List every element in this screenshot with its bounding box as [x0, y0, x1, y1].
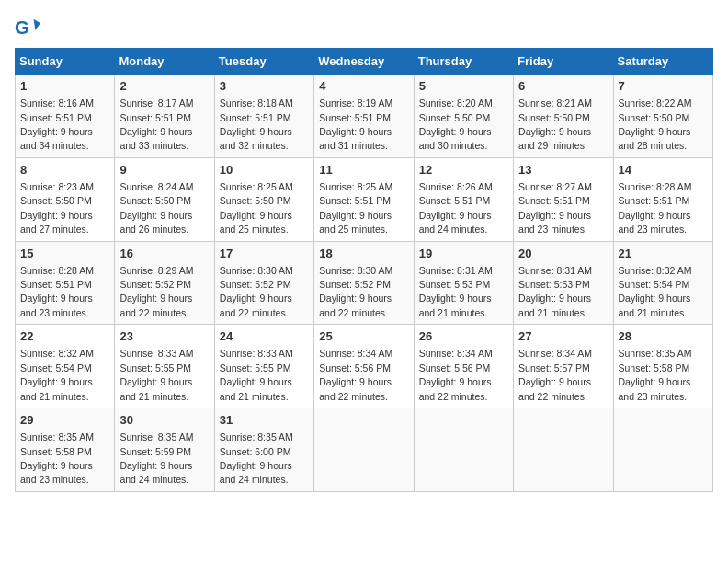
day-number: 4	[319, 78, 408, 95]
calendar-day: 1 Sunrise: 8:16 AMSunset: 5:51 PMDayligh…	[16, 75, 115, 158]
calendar-day: 25 Sunrise: 8:34 AMSunset: 5:56 PMDaylig…	[314, 325, 414, 408]
day-number: 14	[619, 162, 708, 178]
day-info: Sunrise: 8:32 AMSunset: 5:54 PMDaylight:…	[619, 265, 692, 318]
day-info: Sunrise: 8:33 AMSunset: 5:55 PMDaylight:…	[220, 348, 293, 401]
calendar-day: 9 Sunrise: 8:24 AMSunset: 5:50 PMDayligh…	[115, 157, 214, 241]
day-number: 30	[119, 412, 209, 429]
day-info: Sunrise: 8:35 AMSunset: 5:58 PMDaylight:…	[20, 431, 94, 485]
calendar-day: 11 Sunrise: 8:25 AMSunset: 5:51 PMDaylig…	[314, 157, 414, 241]
calendar-header: SundayMondayTuesdayWednesdayThursdayFrid…	[16, 49, 713, 75]
calendar-day: 24 Sunrise: 8:33 AMSunset: 5:55 PMDaylig…	[214, 325, 313, 408]
calendar-day: 10 Sunrise: 8:25 AMSunset: 5:50 PMDaylig…	[214, 157, 313, 241]
day-number: 12	[419, 162, 508, 178]
svg-text:G: G	[15, 17, 29, 38]
svg-marker-1	[34, 19, 40, 30]
calendar-day: 26 Sunrise: 8:34 AMSunset: 5:56 PMDaylig…	[414, 325, 513, 408]
weekday-header: Tuesday	[214, 49, 313, 75]
calendar-day: 7 Sunrise: 8:22 AMSunset: 5:50 PMDayligh…	[613, 75, 712, 158]
weekday-header: Friday	[514, 49, 613, 75]
day-info: Sunrise: 8:32 AMSunset: 5:54 PMDaylight:…	[20, 348, 94, 401]
day-info: Sunrise: 8:23 AMSunset: 5:50 PMDaylight:…	[20, 181, 94, 235]
day-number: 10	[220, 162, 309, 178]
day-info: Sunrise: 8:29 AMSunset: 5:52 PMDaylight:…	[119, 265, 193, 318]
day-info: Sunrise: 8:20 AMSunset: 5:50 PMDaylight:…	[419, 98, 493, 151]
day-info: Sunrise: 8:34 AMSunset: 5:56 PMDaylight:…	[419, 348, 493, 401]
calendar-day: 18 Sunrise: 8:30 AMSunset: 5:52 PMDaylig…	[314, 241, 414, 325]
day-number: 19	[419, 246, 508, 262]
calendar-day: 30 Sunrise: 8:35 AMSunset: 5:59 PMDaylig…	[115, 408, 214, 492]
day-number: 21	[619, 246, 708, 262]
day-info: Sunrise: 8:28 AMSunset: 5:51 PMDaylight:…	[619, 181, 692, 235]
day-info: Sunrise: 8:31 AMSunset: 5:53 PMDaylight:…	[419, 265, 493, 318]
day-info: Sunrise: 8:35 AMSunset: 5:58 PMDaylight:…	[619, 348, 692, 401]
calendar-day: 3 Sunrise: 8:18 AMSunset: 5:51 PMDayligh…	[214, 75, 313, 158]
day-info: Sunrise: 8:35 AMSunset: 6:00 PMDaylight:…	[220, 431, 293, 485]
day-info: Sunrise: 8:25 AMSunset: 5:51 PMDaylight:…	[319, 181, 392, 235]
calendar-week: 22 Sunrise: 8:32 AMSunset: 5:54 PMDaylig…	[16, 325, 713, 408]
calendar-day: 8 Sunrise: 8:23 AMSunset: 5:50 PMDayligh…	[16, 157, 115, 241]
day-info: Sunrise: 8:17 AMSunset: 5:51 PMDaylight:…	[119, 98, 193, 151]
day-number: 17	[220, 246, 309, 262]
calendar-day: 17 Sunrise: 8:30 AMSunset: 5:52 PMDaylig…	[214, 241, 313, 325]
day-info: Sunrise: 8:25 AMSunset: 5:50 PMDaylight:…	[220, 181, 293, 235]
calendar-day	[414, 408, 513, 492]
day-info: Sunrise: 8:26 AMSunset: 5:51 PMDaylight:…	[419, 181, 493, 235]
calendar-day: 15 Sunrise: 8:28 AMSunset: 5:51 PMDaylig…	[16, 241, 115, 325]
day-info: Sunrise: 8:18 AMSunset: 5:51 PMDaylight:…	[220, 98, 293, 151]
day-info: Sunrise: 8:28 AMSunset: 5:51 PMDaylight:…	[20, 265, 94, 318]
calendar-day: 21 Sunrise: 8:32 AMSunset: 5:54 PMDaylig…	[613, 241, 712, 325]
calendar-day: 2 Sunrise: 8:17 AMSunset: 5:51 PMDayligh…	[115, 75, 214, 158]
calendar-day: 13 Sunrise: 8:27 AMSunset: 5:51 PMDaylig…	[514, 157, 613, 241]
day-number: 6	[518, 78, 608, 95]
day-number: 26	[419, 328, 508, 345]
page-header: G	[15, 15, 713, 40]
day-number: 31	[220, 412, 309, 429]
day-number: 2	[119, 78, 209, 95]
calendar-week: 29 Sunrise: 8:35 AMSunset: 5:58 PMDaylig…	[16, 408, 713, 492]
day-info: Sunrise: 8:19 AMSunset: 5:51 PMDaylight:…	[319, 98, 392, 151]
calendar-day	[314, 408, 414, 492]
calendar-day: 31 Sunrise: 8:35 AMSunset: 6:00 PMDaylig…	[214, 408, 313, 492]
calendar-day: 20 Sunrise: 8:31 AMSunset: 5:53 PMDaylig…	[514, 241, 613, 325]
calendar-day: 4 Sunrise: 8:19 AMSunset: 5:51 PMDayligh…	[314, 75, 414, 158]
calendar-day: 16 Sunrise: 8:29 AMSunset: 5:52 PMDaylig…	[115, 241, 214, 325]
day-number: 16	[119, 246, 209, 262]
weekday-header: Monday	[115, 49, 214, 75]
day-number: 18	[319, 246, 408, 262]
day-info: Sunrise: 8:21 AMSunset: 5:50 PMDaylight:…	[518, 98, 592, 151]
calendar-day: 29 Sunrise: 8:35 AMSunset: 5:58 PMDaylig…	[16, 408, 115, 492]
day-number: 5	[419, 78, 508, 95]
day-info: Sunrise: 8:34 AMSunset: 5:56 PMDaylight:…	[319, 348, 392, 401]
day-number: 9	[119, 162, 209, 178]
day-number: 24	[220, 328, 309, 345]
weekday-header: Saturday	[613, 49, 712, 75]
day-info: Sunrise: 8:30 AMSunset: 5:52 PMDaylight:…	[319, 265, 392, 318]
day-number: 25	[319, 328, 408, 345]
calendar-day: 19 Sunrise: 8:31 AMSunset: 5:53 PMDaylig…	[414, 241, 513, 325]
day-info: Sunrise: 8:31 AMSunset: 5:53 PMDaylight:…	[518, 265, 592, 318]
calendar-week: 15 Sunrise: 8:28 AMSunset: 5:51 PMDaylig…	[16, 241, 713, 325]
day-number: 28	[619, 328, 708, 345]
calendar-day: 23 Sunrise: 8:33 AMSunset: 5:55 PMDaylig…	[115, 325, 214, 408]
weekday-header: Thursday	[414, 49, 513, 75]
calendar-body: 1 Sunrise: 8:16 AMSunset: 5:51 PMDayligh…	[16, 75, 713, 492]
day-number: 22	[20, 328, 109, 345]
day-number: 23	[119, 328, 209, 345]
day-number: 29	[20, 412, 109, 429]
day-info: Sunrise: 8:30 AMSunset: 5:52 PMDaylight:…	[220, 265, 293, 318]
calendar-day: 22 Sunrise: 8:32 AMSunset: 5:54 PMDaylig…	[16, 325, 115, 408]
weekday-header: Sunday	[16, 49, 115, 75]
day-number: 3	[220, 78, 309, 95]
day-info: Sunrise: 8:22 AMSunset: 5:50 PMDaylight:…	[619, 98, 692, 151]
day-number: 11	[319, 162, 408, 178]
calendar-week: 8 Sunrise: 8:23 AMSunset: 5:50 PMDayligh…	[16, 157, 713, 241]
day-number: 7	[619, 78, 708, 95]
day-number: 15	[20, 246, 109, 262]
calendar-day: 5 Sunrise: 8:20 AMSunset: 5:50 PMDayligh…	[414, 75, 513, 158]
calendar-week: 1 Sunrise: 8:16 AMSunset: 5:51 PMDayligh…	[16, 75, 713, 158]
calendar-day: 12 Sunrise: 8:26 AMSunset: 5:51 PMDaylig…	[414, 157, 513, 241]
calendar-day: 14 Sunrise: 8:28 AMSunset: 5:51 PMDaylig…	[613, 157, 712, 241]
calendar-day: 27 Sunrise: 8:34 AMSunset: 5:57 PMDaylig…	[514, 325, 613, 408]
day-info: Sunrise: 8:35 AMSunset: 5:59 PMDaylight:…	[119, 431, 193, 485]
day-number: 13	[518, 162, 608, 178]
